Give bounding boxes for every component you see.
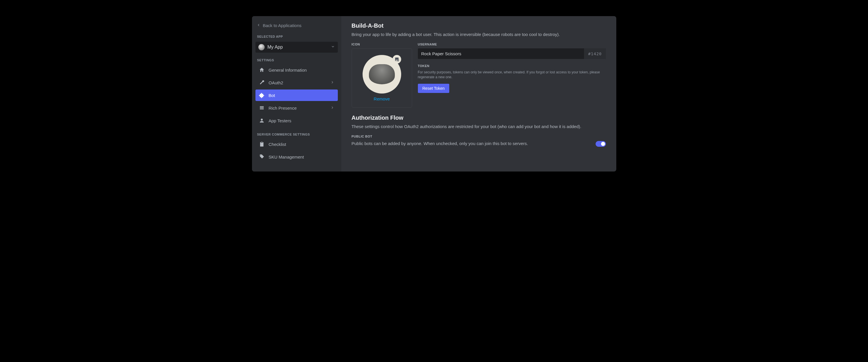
build-a-bot-title: Build-A-Bot bbox=[352, 23, 606, 29]
reset-token-button[interactable]: Reset Token bbox=[418, 84, 450, 93]
token-note: For security purposes, tokens can only b… bbox=[418, 70, 606, 80]
wrench-icon bbox=[259, 80, 265, 86]
remove-icon-link[interactable]: Remove bbox=[374, 96, 390, 101]
home-icon bbox=[259, 67, 265, 73]
username-input[interactable] bbox=[418, 48, 584, 59]
sidebar-item-app-testers[interactable]: App Testers bbox=[255, 115, 338, 126]
token-label: TOKEN bbox=[418, 64, 606, 68]
public-bot-label: PUBLIC BOT bbox=[352, 135, 606, 138]
bot-avatar bbox=[363, 55, 401, 94]
back-to-applications-link[interactable]: Back to Applications bbox=[255, 21, 338, 32]
authorization-flow-subtitle: These settings control how OAuth2 author… bbox=[352, 124, 606, 130]
puzzle-icon bbox=[259, 92, 265, 98]
main-content: Build-A-Bot Bring your app to life by ad… bbox=[341, 16, 616, 171]
clipboard-icon bbox=[259, 141, 265, 147]
bot-settings-row: ICON Remove USERNAME #1420 bbox=[352, 42, 606, 108]
username-token-column: USERNAME #1420 TOKEN For security purpos… bbox=[418, 42, 606, 108]
commerce-heading: SERVER COMMERCE SETTINGS bbox=[255, 131, 338, 137]
sidebar-item-label: General Information bbox=[269, 68, 307, 72]
sidebar-item-bot[interactable]: Bot bbox=[255, 90, 338, 101]
authorization-flow-title: Authorization Flow bbox=[352, 114, 606, 121]
public-bot-row: Public bots can be added by anyone. When… bbox=[352, 140, 606, 147]
sidebar-item-sku-management[interactable]: SKU Management bbox=[255, 151, 338, 163]
chevron-down-icon bbox=[331, 44, 335, 50]
app-avatar-icon bbox=[258, 44, 265, 51]
icon-column: ICON Remove bbox=[352, 42, 412, 108]
toggle-knob bbox=[601, 142, 605, 146]
sidebar-item-label: App Testers bbox=[269, 118, 291, 123]
chevron-right-icon bbox=[330, 106, 334, 110]
sidebar-item-label: Rich Presence bbox=[269, 106, 297, 110]
sidebar-item-label: SKU Management bbox=[269, 155, 304, 159]
icon-label: ICON bbox=[352, 42, 412, 46]
sidebar-item-label: Checklist bbox=[269, 142, 286, 147]
rock-icon bbox=[369, 64, 395, 84]
username-input-row: #1420 bbox=[418, 48, 606, 59]
settings-heading: SETTINGS bbox=[255, 57, 338, 63]
back-label: Back to Applications bbox=[263, 23, 302, 28]
chevron-right-icon bbox=[330, 80, 334, 85]
sidebar-item-general-information[interactable]: General Information bbox=[255, 64, 338, 76]
developer-portal-window: Back to Applications SELECTED APP My App… bbox=[252, 16, 616, 171]
public-bot-description: Public bots can be added by anyone. When… bbox=[352, 140, 590, 147]
list-icon bbox=[259, 105, 265, 111]
public-bot-toggle[interactable] bbox=[595, 141, 606, 147]
app-name: My App bbox=[268, 44, 283, 50]
discriminator: #1420 bbox=[584, 48, 606, 59]
sidebar-item-label: OAuth2 bbox=[269, 80, 283, 85]
sidebar-item-label: Bot bbox=[269, 93, 275, 98]
selected-app-heading: SELECTED APP bbox=[255, 33, 338, 39]
person-icon bbox=[259, 118, 265, 124]
upload-image-icon bbox=[393, 55, 401, 64]
build-a-bot-subtitle: Bring your app to life by adding a bot u… bbox=[352, 31, 606, 37]
sidebar: Back to Applications SELECTED APP My App… bbox=[252, 16, 341, 171]
icon-upload-box[interactable]: Remove bbox=[352, 48, 412, 108]
arrow-left-icon bbox=[257, 23, 260, 28]
sidebar-item-oauth2[interactable]: OAuth2 bbox=[255, 77, 338, 88]
username-label: USERNAME bbox=[418, 42, 606, 46]
app-selector[interactable]: My App bbox=[255, 42, 338, 53]
tags-icon bbox=[259, 154, 265, 160]
sidebar-item-checklist[interactable]: Checklist bbox=[255, 138, 338, 150]
sidebar-item-rich-presence[interactable]: Rich Presence bbox=[255, 102, 338, 114]
